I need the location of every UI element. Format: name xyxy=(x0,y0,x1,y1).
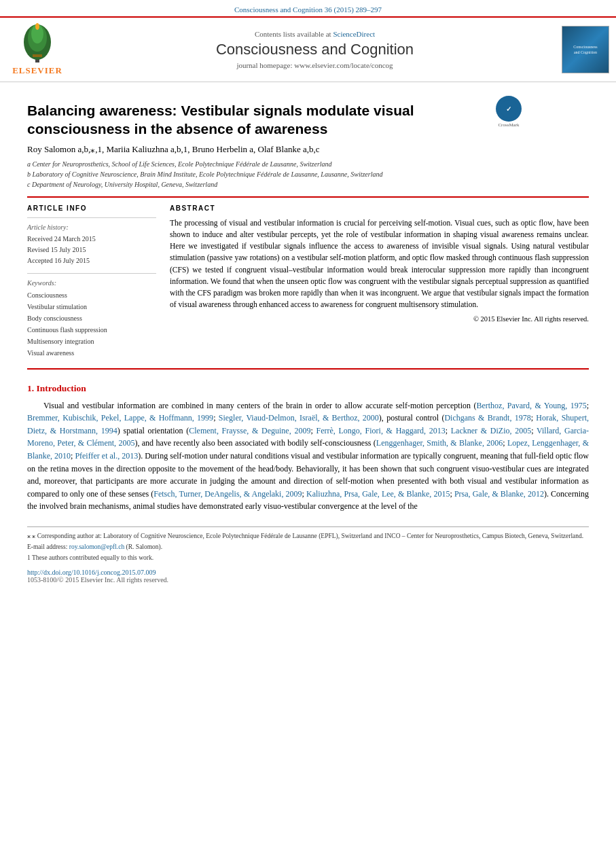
thick-divider-2 xyxy=(27,368,589,370)
svg-text:✓: ✓ xyxy=(506,105,511,113)
intro-number: 1. xyxy=(27,383,34,393)
intro-paragraph-1: Visual and vestibular information are co… xyxy=(27,399,589,513)
abstract-heading: ABSTRACT xyxy=(170,204,589,212)
equal-contrib-footnote: 1 These authors contributed equally to t… xyxy=(27,553,589,562)
ref-siegler-2000[interactable]: Siegler, Viaud-Delmon, Israël, & Berthoz… xyxy=(219,413,379,423)
ref-kaliuzhna-2015[interactable]: Kaliuzhna, Prsa, Gale, Lee, & Blanke, 20… xyxy=(306,489,450,499)
keyword-5: Multisensory integration xyxy=(27,336,156,347)
revised-date: Revised 15 July 2015 xyxy=(27,245,156,255)
keyword-1: Consciousness xyxy=(27,289,156,301)
thick-divider-1 xyxy=(27,196,589,198)
main-content: Balancing awareness: Vestibular signals … xyxy=(0,82,616,597)
ref-pfeiffer-2013[interactable]: Pfeiffer et al., 2013 xyxy=(75,451,138,461)
keyword-6: Visual awareness xyxy=(27,347,156,359)
info-divider-1 xyxy=(27,217,156,218)
keywords-list: Consciousness Vestibular stimulation Bod… xyxy=(27,289,156,359)
email-link[interactable]: roy.salomon@epfl.ch xyxy=(69,543,124,550)
crossmark-badge[interactable]: ✓ CrossMark xyxy=(496,96,522,128)
svg-rect-4 xyxy=(33,54,42,57)
authors-line: Roy Salomon a,b,⁎,1, Mariia Kaliuzhna a,… xyxy=(27,144,589,155)
title-row: Balancing awareness: Vestibular signals … xyxy=(27,89,589,144)
affiliation-b: b Laboratory of Cognitive Neuroscience, … xyxy=(27,169,589,179)
ref-lenggenhager-2006[interactable]: Lenggenhager, Smith, & Blanke, 2006 xyxy=(376,438,503,448)
keywords-label: Keywords: xyxy=(27,279,156,287)
sciencedirect-link[interactable]: ScienceDirect xyxy=(333,30,375,38)
ref-ferre-2013[interactable]: Ferrè, Longo, Fiori, & Haggard, 2013 xyxy=(316,426,445,435)
affiliation-c: c Department of Neurology, University Ho… xyxy=(27,179,589,190)
email-suffix: (R. Salomon). xyxy=(126,543,163,550)
crossmark-icon: ✓ xyxy=(496,96,522,122)
issn-text: 1053-8100/© 2015 Elsevier Inc. All right… xyxy=(27,576,589,584)
cover-art: Consciousnessand Cognition xyxy=(562,26,609,73)
journal-title-header: Consciousness and Cognition xyxy=(75,41,555,58)
ref-clement-2009[interactable]: Clement, Fraysse, & Deguine, 2009 xyxy=(189,426,310,435)
contents-line: Contents lists available at ScienceDirec… xyxy=(75,30,555,38)
ref-berthoz-1975[interactable]: Berthoz, Pavard, & Young, 1975 xyxy=(476,401,586,410)
ref-prsa-2012[interactable]: Prsa, Gale, & Blanke, 2012 xyxy=(454,489,544,499)
keyword-4: Continuous flash suppression xyxy=(27,324,156,336)
ref-fetsch-2009[interactable]: Fetsch, Turner, DeAngelis, & Angelaki, 2… xyxy=(153,489,302,499)
elsevier-brand-text: ELSEVIER xyxy=(12,65,62,76)
corresponding-footnote: ⁎ ⁎ Corresponding author at: Laboratory … xyxy=(27,531,589,541)
footnote-section: ⁎ ⁎ Corresponding author at: Laboratory … xyxy=(27,526,589,563)
journal-homepage: journal homepage: www.elsevier.com/locat… xyxy=(75,61,555,69)
crossmark-label: CrossMark xyxy=(496,122,522,128)
email-label: E-mail address: xyxy=(27,543,67,550)
journal-center-info: Contents lists available at ScienceDirec… xyxy=(75,30,555,69)
copyright-text: © 2015 Elsevier Inc. All rights reserved… xyxy=(170,315,589,323)
doi-section: http://dx.doi.org/10.1016/j.concog.2015.… xyxy=(27,569,589,584)
journal-reference-bar: Consciousness and Cognition 36 (2015) 28… xyxy=(0,0,616,16)
doi-url[interactable]: http://dx.doi.org/10.1016/j.concog.2015.… xyxy=(27,569,589,576)
email-footnote: E-mail address: roy.salomon@epfl.ch (R. … xyxy=(27,542,589,552)
elsevier-logo: ELSEVIER xyxy=(7,23,68,76)
history-label: Article history: xyxy=(27,223,156,231)
info-divider-2 xyxy=(27,273,156,274)
journal-ref-text: Consciousness and Cognition 36 (2015) 28… xyxy=(234,5,382,14)
info-abstract-row: ARTICLE INFO Article history: Received 2… xyxy=(27,204,589,359)
article-info-column: ARTICLE INFO Article history: Received 2… xyxy=(27,204,156,359)
journal-cover-image: Consciousnessand Cognition xyxy=(562,26,609,73)
article-title: Balancing awareness: Vestibular signals … xyxy=(27,101,489,139)
article-dates: Received 24 March 2015 Revised 15 July 2… xyxy=(27,234,156,266)
introduction-section: 1. Introduction Visual and vestibular in… xyxy=(27,383,589,513)
ref-lackner-2005[interactable]: Lackner & DiZio, 2005 xyxy=(451,426,531,435)
journal-header: ELSEVIER Contents lists available at Sci… xyxy=(0,16,616,82)
intro-title-label: Introduction xyxy=(37,383,86,393)
accepted-date: Accepted 16 July 2015 xyxy=(27,255,156,266)
received-date: Received 24 March 2015 xyxy=(27,234,156,245)
article-info-heading: ARTICLE INFO xyxy=(27,204,156,212)
affiliations: a Center for Neuroprosthetics, School of… xyxy=(27,159,589,190)
keyword-2: Vestibular stimulation xyxy=(27,301,156,312)
keyword-3: Body consciousness xyxy=(27,312,156,324)
elsevier-tree-icon xyxy=(14,23,61,64)
authors-text: Roy Salomon a,b,⁎,1, Mariia Kaliuzhna a,… xyxy=(27,144,319,154)
affiliation-a: a Center for Neuroprosthetics, School of… xyxy=(27,159,589,169)
abstract-column: ABSTRACT The processing of visual and ve… xyxy=(170,204,589,359)
svg-point-5 xyxy=(35,23,39,30)
cover-text: Consciousnessand Cognition xyxy=(573,44,597,56)
intro-heading: 1. Introduction xyxy=(27,383,589,394)
abstract-text: The processing of visual and vestibular … xyxy=(170,217,589,311)
ref-dichgans-1978[interactable]: Dichgans & Brandt, 1978 xyxy=(444,413,530,423)
ref-bremmer-1999[interactable]: Bremmer, Kubischik, Pekel, Lappe, & Hoff… xyxy=(27,413,213,423)
